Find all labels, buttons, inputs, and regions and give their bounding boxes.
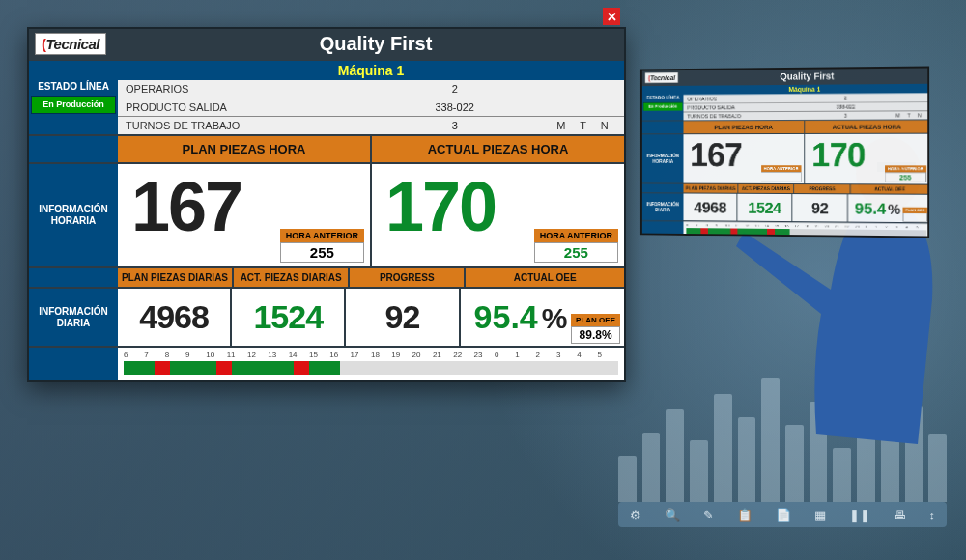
plan-oee-label: PLAN OEE xyxy=(571,314,620,326)
daily-actual-header: ACT. PIEZAS DIARIAS xyxy=(739,184,795,193)
oee-unit: % xyxy=(888,201,900,216)
hourly-side-spacer xyxy=(29,136,118,162)
daily-oee-cell: 95.4% PLAN OEE 89.8% xyxy=(848,194,929,222)
daily-actual-header: ACT. PIEZAS DIARIAS xyxy=(234,268,350,287)
daily-progress-value: 92 xyxy=(811,199,828,217)
daily-oee-header: ACTUAL OEE xyxy=(851,184,929,194)
timeline-side-spacer xyxy=(642,221,684,237)
daily-side-spacer xyxy=(29,268,118,287)
line-status-badge: En Producción xyxy=(31,96,116,114)
daily-side-spacer xyxy=(642,183,684,192)
plan-oee-value: 89.8% xyxy=(903,213,927,222)
turnos-label: TURNOS DE TRABAJO xyxy=(684,112,801,121)
dashboard-panel: ✕ (Tecnical Quality First ESTADO LÍNEA E… xyxy=(27,27,626,382)
plan-hour-header: PLAN PIEZAS HORA xyxy=(684,121,806,133)
oee-value: 95.4 xyxy=(855,199,886,217)
line-state-label: ESTADO LÍNEA En Producción xyxy=(642,86,684,121)
daily-progress-header: PROGRESS xyxy=(794,184,851,193)
hourly-section-label: INFORMACIÓN HORARIA xyxy=(29,164,118,266)
plan-hour-cell: 167 HORA ANTERIOR 255 xyxy=(118,164,372,266)
turnos-value: 3 xyxy=(801,111,892,120)
plan-hour-header: PLAN PIEZAS HORA xyxy=(118,136,372,162)
plan-prev-value: 255 xyxy=(761,172,802,182)
info-table: OPERARIOS 2 PRODUCTO SALIDA 338-022 TURN… xyxy=(684,93,929,120)
actual-prev-value: 255 xyxy=(534,242,618,263)
turnos-label: TURNOS DE TRABAJO xyxy=(118,117,362,134)
oee-value: 95.4 xyxy=(474,298,538,335)
actual-prev-label: HORA ANTERIOR xyxy=(534,229,618,242)
hourly-side-spacer xyxy=(642,122,684,134)
timeline-side-spacer xyxy=(29,348,118,380)
daily-actual-value: 1524 xyxy=(253,298,323,336)
brand-logo: (Tecnical xyxy=(35,33,106,55)
operarios-label: OPERARIOS xyxy=(684,94,801,102)
daily-oee-header: ACTUAL OEE xyxy=(466,268,624,287)
daily-plan-value: 4968 xyxy=(139,298,209,336)
daily-section-label: INFORMACIÓN DIARIA xyxy=(642,193,684,220)
line-status-badge: En Producción xyxy=(643,102,683,111)
operarios-label: OPERARIOS xyxy=(118,80,362,98)
producto-value: 338-022 xyxy=(362,98,547,116)
decorative-bar-chart xyxy=(618,348,947,502)
actual-hour-header: ACTUAL PIEZAS HORA xyxy=(372,136,624,162)
title-bar: (Tecnical Quality First xyxy=(642,68,929,85)
daily-plan-header: PLAN PIEZAS DIARIAS xyxy=(684,184,739,193)
secondary-monitor: ✕ (Tecnical Quality First ESTADO LÍNEA E… xyxy=(640,66,929,238)
page-title: Quality First xyxy=(692,70,925,82)
daily-section-label: INFORMACIÓN DIARIA xyxy=(29,289,118,346)
daily-oee-cell: 95.4% PLAN OEE 89.8% xyxy=(461,289,624,346)
page-title: Quality First xyxy=(135,33,616,55)
turnos-value: 3 xyxy=(362,117,547,134)
producto-label: PRODUCTO SALIDA xyxy=(684,102,801,111)
machine-name: Máquina 1 xyxy=(118,61,624,80)
turnos-shifts: M T N xyxy=(891,111,928,120)
oee-unit: % xyxy=(542,302,568,334)
actual-hour-cell: 170 HORA ANTERIOR 255 xyxy=(805,134,929,184)
plan-prev-value: 255 xyxy=(280,242,364,263)
daily-progress-header: PROGRESS xyxy=(350,268,466,287)
daily-plan-value: 4968 xyxy=(694,198,726,216)
plan-hour-cell: 167 HORA ANTERIOR 255 xyxy=(684,134,806,183)
actual-prev-value: 255 xyxy=(885,172,926,182)
info-table: OPERARIOS 2 PRODUCTO SALIDA 338-022 TURN… xyxy=(118,80,624,134)
daily-progress-value: 92 xyxy=(385,298,420,336)
background-toolbar: ⚙🔍✎📋📄▦❚❚🖶↕ xyxy=(618,502,947,527)
plan-prev-label: HORA ANTERIOR xyxy=(280,229,364,242)
operarios-value: 2 xyxy=(801,94,892,102)
hourly-section-label: INFORMACIÓN HORARIA xyxy=(642,134,684,182)
line-state-label: ESTADO LÍNEA En Producción xyxy=(29,61,118,134)
turnos-shifts: M T N xyxy=(547,117,624,134)
daily-plan-header: PLAN PIEZAS DIARIAS xyxy=(118,268,234,287)
shift-timeline: 67891011121314151617181920212223012345 xyxy=(118,348,624,380)
actual-hour-header: ACTUAL PIEZAS HORA xyxy=(805,121,929,133)
daily-actual-value: 1524 xyxy=(748,199,781,217)
operarios-value: 2 xyxy=(362,80,547,98)
brand-logo: (Tecnical xyxy=(645,72,678,83)
actual-hour-cell: 170 HORA ANTERIOR 255 xyxy=(372,164,624,266)
title-bar: (Tecnical Quality First xyxy=(29,29,624,59)
shift-timeline: 67891011121314151617181920212223012345 xyxy=(684,222,929,238)
producto-label: PRODUCTO SALIDA xyxy=(118,98,362,116)
plan-oee-value: 89.8% xyxy=(571,326,620,344)
close-icon[interactable]: ✕ xyxy=(603,8,620,25)
producto-value: 338-022 xyxy=(801,102,892,111)
